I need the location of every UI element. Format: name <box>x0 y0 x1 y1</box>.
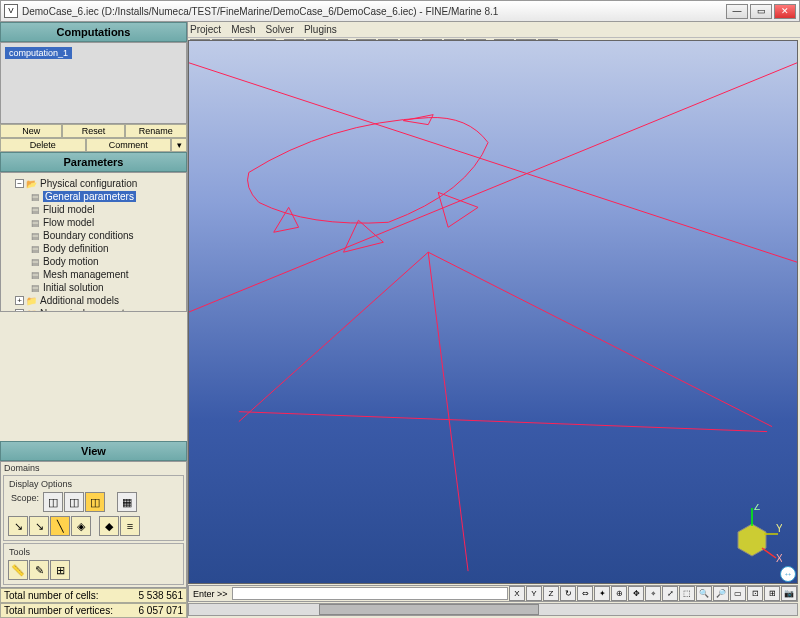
svg-line-3 <box>239 252 428 421</box>
sidebar: Computations computation_1 New Reset Ren… <box>0 22 188 618</box>
maximize-button[interactable]: ▭ <box>750 4 772 19</box>
display-options-label: Display Options <box>9 479 178 489</box>
scope-btn-1[interactable]: ◫ <box>43 492 63 512</box>
svg-line-0 <box>189 63 797 262</box>
vb-2[interactable]: ⇔ <box>577 586 593 601</box>
svg-marker-6 <box>738 524 766 556</box>
status-cells: Total number of cells:5 538 561 <box>0 588 187 603</box>
status-vertices: Total number of vertices:6 057 071 <box>0 603 187 618</box>
view-header: View <box>0 441 187 461</box>
tool-grid[interactable]: ⊞ <box>50 560 70 580</box>
computations-header: Computations <box>0 22 187 42</box>
tree-boundary-conditions[interactable]: ▤Boundary conditions <box>3 229 184 242</box>
vb-12[interactable]: ⊡ <box>747 586 763 601</box>
svg-text:Y: Y <box>776 523 782 534</box>
palette-button[interactable]: ▦ <box>117 492 137 512</box>
parameters-header: Parameters <box>0 152 187 172</box>
computation-item[interactable]: computation_1 <box>5 47 72 59</box>
scope-btn-3[interactable]: ◫ <box>85 492 105 512</box>
reset-button[interactable]: Reset <box>62 124 124 138</box>
tool-pencil[interactable]: ✎ <box>29 560 49 580</box>
scrollbar-thumb[interactable] <box>319 604 539 615</box>
vb-8[interactable]: ⬚ <box>679 586 695 601</box>
svg-line-4 <box>428 252 468 571</box>
tree-body-motion[interactable]: ▤Body motion <box>3 255 184 268</box>
enter-label: Enter >> <box>189 589 232 599</box>
display-btn-4[interactable]: ◈ <box>71 516 91 536</box>
new-button[interactable]: New <box>0 124 62 138</box>
computations-list[interactable]: computation_1 <box>0 42 187 124</box>
vb-1[interactable]: ↻ <box>560 586 576 601</box>
dropdown-toggle[interactable]: ▾ <box>171 138 187 152</box>
horizontal-scrollbar[interactable] <box>188 603 798 616</box>
tools-label: Tools <box>9 547 178 557</box>
axis-gizmo[interactable]: Z Y X <box>722 504 782 564</box>
comment-button[interactable]: Comment <box>86 138 172 152</box>
vb-4[interactable]: ⊕ <box>611 586 627 601</box>
tree-fluid-model[interactable]: ▤Fluid model <box>3 203 184 216</box>
display-btn-1[interactable]: ↘ <box>8 516 28 536</box>
vb-14[interactable]: 📷 <box>781 586 797 601</box>
svg-text:X: X <box>776 553 782 564</box>
display-btn-6[interactable]: ≡ <box>120 516 140 536</box>
tree-initial-solution[interactable]: ▤Initial solution <box>3 281 184 294</box>
display-btn-2[interactable]: ↘ <box>29 516 49 536</box>
window-titlebar: V DemoCase_6.iec (D:/Installs/Numeca/TES… <box>0 0 800 22</box>
svg-text:Z: Z <box>754 504 760 512</box>
tree-additional-models[interactable]: +📁Additional models <box>3 294 184 307</box>
tree-body-definition[interactable]: ▤Body definition <box>3 242 184 255</box>
axis-x-button[interactable]: X <box>509 586 525 601</box>
rename-button[interactable]: Rename <box>125 124 187 138</box>
command-input[interactable] <box>232 587 508 600</box>
axis-z-button[interactable]: Z <box>543 586 559 601</box>
3d-viewport[interactable] <box>188 40 798 584</box>
window-title: DemoCase_6.iec (D:/Installs/Numeca/TEST/… <box>22 6 724 17</box>
close-button[interactable]: ✕ <box>774 4 796 19</box>
display-btn-5[interactable]: ◆ <box>99 516 119 536</box>
svg-line-1 <box>189 63 797 312</box>
scope-label: Scope: <box>11 493 39 511</box>
vb-9[interactable]: 🔍 <box>696 586 712 601</box>
vb-5[interactable]: ✥ <box>628 586 644 601</box>
parameters-tree: −📂Physical configuration ▤General parame… <box>0 172 187 312</box>
svg-line-9 <box>762 548 776 558</box>
vb-13[interactable]: ⊞ <box>764 586 780 601</box>
vb-6[interactable]: ⌖ <box>645 586 661 601</box>
tree-mesh-management[interactable]: ▤Mesh management <box>3 268 184 281</box>
vb-10[interactable]: 🔎 <box>713 586 729 601</box>
delete-button[interactable]: Delete <box>0 138 86 152</box>
minimize-button[interactable]: — <box>726 4 748 19</box>
tool-measure[interactable]: 📏 <box>8 560 28 580</box>
svg-line-5 <box>428 252 772 426</box>
svg-line-2 <box>239 412 767 432</box>
tree-general-parameters[interactable]: ▤General parameters <box>3 190 184 203</box>
teamviewer-icon[interactable]: ↔ <box>780 566 796 582</box>
app-icon: V <box>4 4 18 18</box>
command-bar: Enter >> X Y Z ↻ ⇔ ✦ ⊕ ✥ ⌖ ⤢ ⬚ 🔍 🔎 ▭ ⊡ ⊞… <box>188 585 798 602</box>
domains-label: Domains <box>4 463 183 473</box>
axis-y-button[interactable]: Y <box>526 586 542 601</box>
tree-flow-model[interactable]: ▤Flow model <box>3 216 184 229</box>
display-btn-3[interactable]: ╲ <box>50 516 70 536</box>
scope-btn-2[interactable]: ◫ <box>64 492 84 512</box>
vb-11[interactable]: ▭ <box>730 586 746 601</box>
tree-physical-config[interactable]: −📂Physical configuration <box>3 177 184 190</box>
vb-7[interactable]: ⤢ <box>662 586 678 601</box>
vb-3[interactable]: ✦ <box>594 586 610 601</box>
